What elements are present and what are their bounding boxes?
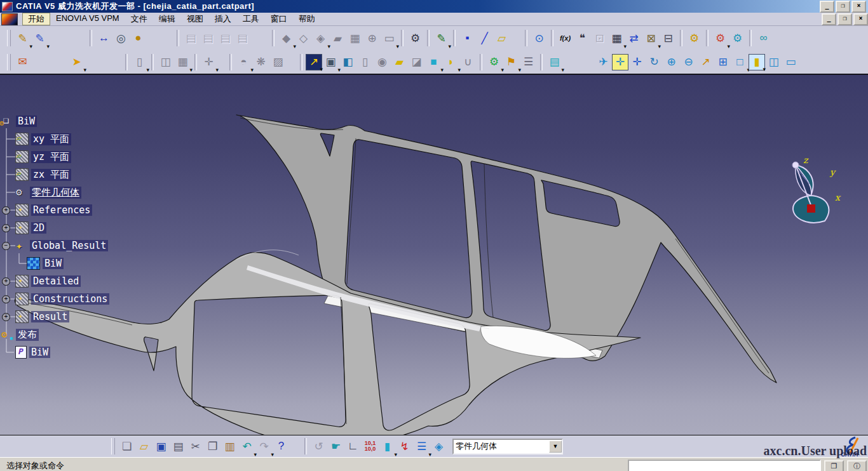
rib-icon[interactable]: ▰ xyxy=(329,30,346,47)
insert-mode-icon[interactable]: ⚑▾ xyxy=(503,53,520,70)
kinematics-icon[interactable]: ↯ xyxy=(396,438,413,455)
menu-item-2[interactable]: ENOVIA V5 VPM xyxy=(50,13,125,25)
dropdown-arrow[interactable]: ▾ xyxy=(448,43,451,50)
shaft-icon[interactable]: ◈▾ xyxy=(312,30,329,47)
fit-all-icon[interactable]: ✛ xyxy=(612,54,628,70)
cylinder-icon[interactable]: ▯ xyxy=(356,53,374,70)
mirror-icon[interactable]: ▦ xyxy=(346,30,363,47)
power-input-field[interactable] xyxy=(628,460,821,471)
tree-item-biw[interactable]: BiW xyxy=(27,256,64,271)
shaded-sphere-icon[interactable]: ◓▾ xyxy=(235,53,252,70)
stack-list-icon[interactable]: ☰▾ xyxy=(413,438,430,455)
info-button[interactable]: ⓘ xyxy=(847,460,867,471)
menu-item-3[interactable]: 文件 xyxy=(125,13,153,25)
menu-item-4[interactable]: 编辑 xyxy=(153,13,181,25)
manipulate-hand-icon[interactable]: ☛ xyxy=(327,438,344,455)
context-help-icon[interactable]: ? xyxy=(273,438,290,455)
powercopy-icon[interactable]: ⚙ xyxy=(686,30,703,47)
dropdown-arrow[interactable]: ▾ xyxy=(396,43,399,50)
minimize-button[interactable]: _ xyxy=(820,1,834,13)
intersect-boolean-icon[interactable]: ▤ xyxy=(234,30,251,47)
print-icon[interactable]: ▤ xyxy=(170,438,187,455)
wireframe-icon[interactable]: ▭ xyxy=(782,53,799,70)
dropdown-arrow[interactable]: ▾ xyxy=(189,67,193,73)
mdi-restore-button[interactable]: ❐ xyxy=(837,13,852,25)
extrude-icon[interactable]: ↗▾ xyxy=(306,54,322,70)
boundary-icon[interactable]: ∪ xyxy=(459,53,477,70)
relations-icon[interactable]: ⇄ xyxy=(625,30,642,47)
split-trim-icon[interactable]: ◧ xyxy=(339,53,356,70)
formula-icon[interactable]: f(x) xyxy=(557,30,574,47)
menu-item-1[interactable]: 开始 xyxy=(22,13,50,25)
lock-small-icon[interactable]: ⊡ xyxy=(591,30,608,47)
measure-between-icon[interactable]: ↔ xyxy=(95,30,112,47)
menu-item-6[interactable]: 插入 xyxy=(209,13,237,25)
expand-icon[interactable]: + xyxy=(2,206,10,215)
render-style-icon[interactable]: ▮▾ xyxy=(749,54,765,70)
tree-item-xy-平面[interactable]: xy 平面 xyxy=(15,131,71,147)
snap-coord-icon[interactable]: 10,1 10,0 xyxy=(362,438,379,455)
spray-paint-icon[interactable]: ❋ xyxy=(252,53,269,70)
cut-icon[interactable]: ✂ xyxy=(187,438,204,455)
tree-item-references[interactable]: +References xyxy=(15,202,92,218)
select-icon[interactable]: ➤▾ xyxy=(68,53,85,70)
tree-item-零件几何体[interactable]: 零件几何体 xyxy=(15,185,81,200)
tree-item-biw[interactable]: BiW xyxy=(15,345,50,360)
plane-icon[interactable]: ▱ xyxy=(493,30,510,47)
expand-icon[interactable]: + xyxy=(2,277,10,286)
restore-button[interactable]: ❐ xyxy=(836,1,850,13)
undo-icon[interactable]: ↶▾ xyxy=(238,438,255,455)
paste-icon[interactable]: ▥ xyxy=(221,438,238,455)
volume-render-icon[interactable]: ▮▾ xyxy=(379,438,396,455)
instantiate-icon[interactable]: ∞ xyxy=(755,30,772,47)
iso-view-icon[interactable]: □▾ xyxy=(731,53,749,70)
tree-item-result[interactable]: +Result xyxy=(15,309,69,324)
send-mail-icon[interactable]: ✉ xyxy=(14,53,31,70)
assemble-boolean-icon[interactable]: ▤ xyxy=(182,30,200,47)
compass-snap-icon[interactable]: ✛▾ xyxy=(200,53,217,70)
save-icon[interactable]: ▣ xyxy=(153,438,170,455)
open-icon[interactable]: ▱ xyxy=(135,438,153,455)
dialog-toggle-button[interactable]: ❐ xyxy=(824,460,844,471)
remove-boolean-icon[interactable]: ▤ xyxy=(217,30,234,47)
apply-material-icon[interactable]: ▨ xyxy=(269,53,287,70)
dropdown-arrow[interactable]: ▾ xyxy=(46,43,50,50)
pad-icon[interactable]: ◆▾ xyxy=(278,30,295,47)
menu-item-9[interactable]: 帮助 xyxy=(293,13,321,25)
tree-item-constructions[interactable]: +Constructions xyxy=(15,291,109,307)
design-table-icon[interactable]: ▦▾ xyxy=(608,30,625,47)
measure-inertia-icon[interactable]: ● xyxy=(130,30,147,47)
expand-icon[interactable]: + xyxy=(2,224,10,232)
tree-item-biw[interactable]: BiW xyxy=(1,114,37,129)
multi-view-icon[interactable]: ⊞ xyxy=(714,53,731,70)
healing-icon[interactable]: ◗▾ xyxy=(442,53,459,70)
tree-item-detailed[interactable]: +Detailed xyxy=(15,274,81,289)
grid-icon[interactable]: ▦▾ xyxy=(174,53,191,70)
sketcher-icon[interactable]: ✎▾ xyxy=(433,30,450,47)
tree-item-yz-平面[interactable]: yz 平面 xyxy=(15,149,71,164)
sketch-icon[interactable]: ✎▾ xyxy=(14,30,31,47)
equivalent-dims-icon[interactable]: ⊟ xyxy=(660,30,677,47)
toolbar-handle[interactable] xyxy=(7,30,11,46)
toolbar-handle[interactable] xyxy=(7,54,11,70)
hidden-line-icon[interactable]: ◫ xyxy=(765,53,782,70)
toolbar-handle[interactable] xyxy=(111,438,115,454)
sweep-icon[interactable]: ◪ xyxy=(408,53,425,70)
offset-icon[interactable]: ▣▾ xyxy=(322,53,339,70)
collapse-icon[interactable]: − xyxy=(2,242,10,250)
tree-item-发布[interactable]: 发布 xyxy=(1,327,39,342)
menu-item-8[interactable]: 窗口 xyxy=(265,13,293,25)
zoom-in-icon[interactable]: ⊕ xyxy=(663,53,680,70)
knowledge-surface-icon[interactable]: ◈ xyxy=(430,438,447,455)
compass-origin-handle[interactable] xyxy=(807,204,815,213)
pocket-icon[interactable]: ◇ xyxy=(295,30,312,47)
extract-icon[interactable]: ◉ xyxy=(374,53,391,70)
swap-visible-space-icon[interactable]: ◫ xyxy=(157,53,174,70)
menu-item-5[interactable]: 视图 xyxy=(181,13,209,25)
knowledge-comment-icon[interactable]: ❝ xyxy=(574,30,591,47)
copy-icon[interactable]: ❐ xyxy=(204,438,221,455)
hole-icon[interactable]: ⊕ xyxy=(363,30,381,47)
add-boolean-icon[interactable]: ▤ xyxy=(200,30,217,47)
join-icon[interactable]: ■▾ xyxy=(425,53,442,70)
dropdown-arrow[interactable]: ▾ xyxy=(146,67,149,73)
